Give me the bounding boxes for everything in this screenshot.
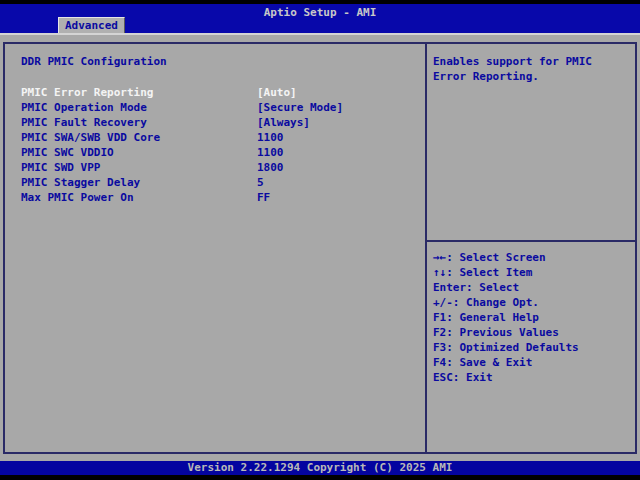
hotkey-row: F1: General Help [433, 310, 635, 325]
help-text-panel: Enables support for PMIC Error Reporting… [427, 44, 635, 242]
version-text: Version 2.22.1294 Copyright (C) 2025 AMI [0, 461, 640, 475]
workspace: DDR PMIC Configuration PMIC Error Report… [0, 33, 640, 461]
option-label: PMIC SWD VPP [21, 160, 257, 175]
hotkey-row: →←: Select Screen [433, 250, 635, 265]
bios-option-row[interactable]: PMIC Error Reporting [Auto] [21, 85, 425, 100]
bios-option-row[interactable]: PMIC Stagger Delay 5 [21, 175, 425, 190]
bios-option-row[interactable]: PMIC SWC VDDIO 1100 [21, 145, 425, 160]
hotkey-row: ↑↓: Select Item [433, 265, 635, 280]
option-value[interactable]: 1100 [257, 130, 284, 145]
hotkey-row: F2: Previous Values [433, 325, 635, 340]
header-bar: Aptio Setup - AMI Advanced [0, 4, 640, 33]
hotkey-row: F4: Save & Exit [433, 355, 635, 370]
option-label: Max PMIC Power On [21, 190, 257, 205]
option-value[interactable]: FF [257, 190, 270, 205]
bios-option-row[interactable]: PMIC SWA/SWB VDD Core 1100 [21, 130, 425, 145]
option-value[interactable]: 1100 [257, 145, 284, 160]
option-label: PMIC SWA/SWB VDD Core [21, 130, 257, 145]
section-title: DDR PMIC Configuration [21, 54, 425, 69]
hotkey-row: +/-: Change Opt. [433, 295, 635, 310]
tab-advanced[interactable]: Advanced [58, 17, 125, 33]
main-box: DDR PMIC Configuration PMIC Error Report… [3, 42, 637, 454]
bios-option-row[interactable]: PMIC Fault Recovery [Always] [21, 115, 425, 130]
options-list: PMIC Error Reporting [Auto] PMIC Operati… [21, 85, 425, 205]
help-pane: Enables support for PMIC Error Reporting… [425, 44, 635, 452]
option-label: PMIC Fault Recovery [21, 115, 257, 130]
option-value[interactable]: [Secure Mode] [257, 100, 343, 115]
option-label: PMIC Error Reporting [21, 85, 257, 100]
hotkey-row: ESC: Exit [433, 370, 635, 385]
bios-option-row[interactable]: PMIC SWD VPP 1800 [21, 160, 425, 175]
option-label: PMIC Operation Mode [21, 100, 257, 115]
option-value[interactable]: [Auto] [257, 85, 297, 100]
hotkey-row: Enter: Select [433, 280, 635, 295]
option-label: PMIC SWC VDDIO [21, 145, 257, 160]
option-value[interactable]: 5 [257, 175, 264, 190]
bios-option-row[interactable]: PMIC Operation Mode [Secure Mode] [21, 100, 425, 115]
bios-option-row[interactable]: Max PMIC Power On FF [21, 190, 425, 205]
options-pane: DDR PMIC Configuration PMIC Error Report… [5, 44, 425, 452]
hotkey-row: F3: Optimized Defaults [433, 340, 635, 355]
help-text: Enables support for PMIC Error Reporting… [433, 55, 592, 83]
option-value[interactable]: 1800 [257, 160, 284, 175]
option-label: PMIC Stagger Delay [21, 175, 257, 190]
bios-setup-screen: Aptio Setup - AMI Advanced DDR PMIC Conf… [0, 0, 640, 480]
footer-bar: Version 2.22.1294 Copyright (C) 2025 AMI [0, 461, 640, 475]
option-value[interactable]: [Always] [257, 115, 310, 130]
hotkey-legend: →←: Select Screen↑↓: Select ItemEnter: S… [427, 242, 635, 385]
